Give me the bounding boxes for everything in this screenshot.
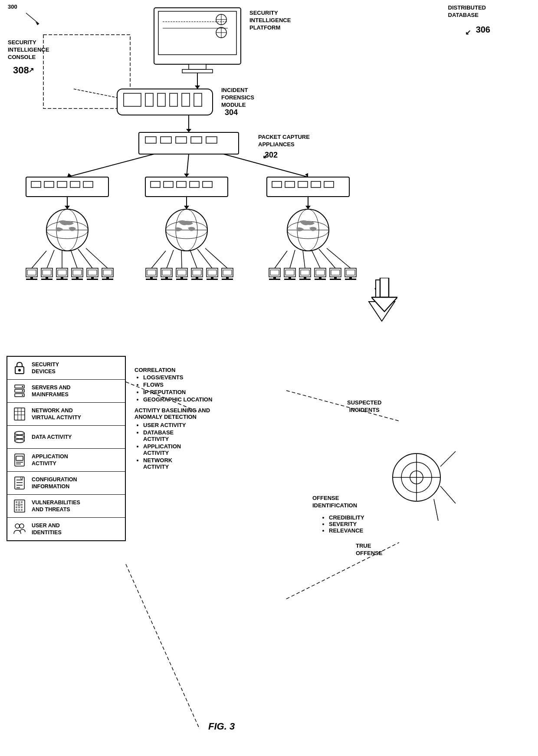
panel-item-servers: SERVERS ANDMAINFRAMES xyxy=(7,380,125,403)
users-icon xyxy=(12,521,27,537)
svg-rect-209 xyxy=(18,501,20,503)
svg-rect-26 xyxy=(191,137,202,143)
svg-point-70 xyxy=(297,209,319,251)
svg-rect-119 xyxy=(191,279,203,280)
correlation-item-2: FLOWS xyxy=(143,381,330,388)
svg-rect-110 xyxy=(165,277,168,279)
svg-rect-3 xyxy=(158,11,236,55)
correlation-list: LOGS/EVENTS FLOWS IP REPUTATION GEOGRAPH… xyxy=(134,374,330,403)
svg-rect-89 xyxy=(72,279,83,280)
svg-line-158 xyxy=(275,251,287,268)
svg-rect-45 xyxy=(272,181,282,187)
svg-point-220 xyxy=(15,524,20,528)
svg-rect-139 xyxy=(285,270,294,275)
svg-rect-219 xyxy=(21,509,23,511)
svg-marker-51 xyxy=(67,173,72,177)
svg-line-103 xyxy=(86,248,108,268)
svg-rect-82 xyxy=(56,268,68,277)
svg-rect-217 xyxy=(16,509,17,511)
svg-rect-24 xyxy=(161,137,171,143)
panel-item-users: USER ANDIDENTITIES xyxy=(7,518,125,540)
svg-rect-111 xyxy=(161,279,172,280)
svg-marker-55 xyxy=(305,173,308,177)
svg-point-6 xyxy=(216,14,226,25)
servers-text: SERVERS ANDMAINFRAMES xyxy=(32,384,71,398)
svg-rect-32 xyxy=(26,177,108,197)
svg-point-57 xyxy=(46,221,88,239)
svg-rect-84 xyxy=(61,277,63,279)
panel-item-data: DATA ACTIVITY xyxy=(7,426,125,449)
ifm-number: 304 xyxy=(225,108,238,118)
svg-point-9 xyxy=(216,27,226,38)
svg-rect-188 xyxy=(14,408,25,420)
app-icon xyxy=(12,452,27,468)
svg-rect-116 xyxy=(191,268,203,277)
pca-arrow: ↙ xyxy=(262,152,268,160)
svg-rect-15 xyxy=(117,89,213,115)
panel-item-security-devices: SECURITYDEVICES xyxy=(7,357,125,380)
svg-rect-136 xyxy=(273,277,276,279)
fig-label: FIG. 3 xyxy=(208,721,235,732)
svg-point-221 xyxy=(20,524,24,528)
svg-rect-113 xyxy=(177,270,186,275)
svg-rect-47 xyxy=(298,181,308,187)
svg-rect-43 xyxy=(203,181,212,187)
security-devices-text: SECURITYDEVICES xyxy=(32,361,59,375)
svg-point-58 xyxy=(56,209,78,251)
svg-rect-18 xyxy=(157,93,165,106)
true-offense-label: TRUEOFFENSE xyxy=(356,542,382,557)
server-icon xyxy=(12,383,27,399)
data-activity-text: DATA ACTIVITY xyxy=(32,434,72,440)
svg-line-52 xyxy=(187,154,189,177)
svg-marker-31 xyxy=(186,129,191,132)
svg-rect-214 xyxy=(16,506,17,508)
svg-point-168 xyxy=(393,454,440,501)
svg-rect-105 xyxy=(147,270,156,275)
svg-rect-78 xyxy=(41,268,52,277)
svg-rect-216 xyxy=(21,506,23,508)
svg-rect-208 xyxy=(16,501,17,503)
grid-icon xyxy=(12,406,27,422)
svg-line-128 xyxy=(151,251,166,268)
svg-rect-38 xyxy=(145,177,228,197)
svg-rect-141 xyxy=(284,279,295,280)
activity-item-2: DATABASEACTIVITY xyxy=(143,429,330,442)
svg-rect-218 xyxy=(18,509,20,511)
sic-arrow: ↗ xyxy=(28,66,34,74)
svg-rect-117 xyxy=(193,270,201,275)
svg-point-62 xyxy=(166,209,207,251)
activity-item-3: APPLICATIONACTIVITY xyxy=(143,443,330,456)
svg-marker-73 xyxy=(305,206,311,209)
svg-line-102 xyxy=(78,249,92,268)
svg-rect-87 xyxy=(73,270,82,275)
svg-rect-39 xyxy=(151,181,160,187)
svg-rect-88 xyxy=(76,277,79,279)
svg-rect-48 xyxy=(311,181,321,187)
offense-id-label: OFFENSEIDENTIFICATION xyxy=(312,495,357,509)
svg-rect-44 xyxy=(267,177,349,197)
relevance-item: RELEVANCE xyxy=(329,527,364,534)
svg-line-162 xyxy=(319,249,335,268)
svg-marker-61 xyxy=(65,206,70,209)
svg-line-173 xyxy=(440,451,456,467)
svg-point-170 xyxy=(410,471,423,484)
svg-line-129 xyxy=(167,250,174,268)
svg-rect-85 xyxy=(56,279,68,280)
svg-rect-2 xyxy=(154,8,241,64)
svg-rect-22 xyxy=(139,132,239,154)
svg-rect-134 xyxy=(269,268,280,277)
svg-rect-125 xyxy=(223,270,232,275)
svg-rect-91 xyxy=(88,270,97,275)
svg-rect-212 xyxy=(18,504,20,506)
svg-rect-76 xyxy=(30,277,33,279)
ifm-label: INCIDENTFORENSICSMODULE xyxy=(221,87,254,109)
svg-marker-1 xyxy=(36,22,39,25)
svg-rect-120 xyxy=(207,268,218,277)
svg-rect-77 xyxy=(26,279,37,280)
severity-item: SEVERITY xyxy=(329,521,364,527)
svg-rect-157 xyxy=(345,279,356,280)
svg-line-165 xyxy=(126,564,200,729)
svg-rect-145 xyxy=(299,279,311,280)
svg-rect-109 xyxy=(162,270,171,275)
correlation-title: CORRELATION xyxy=(134,367,330,373)
